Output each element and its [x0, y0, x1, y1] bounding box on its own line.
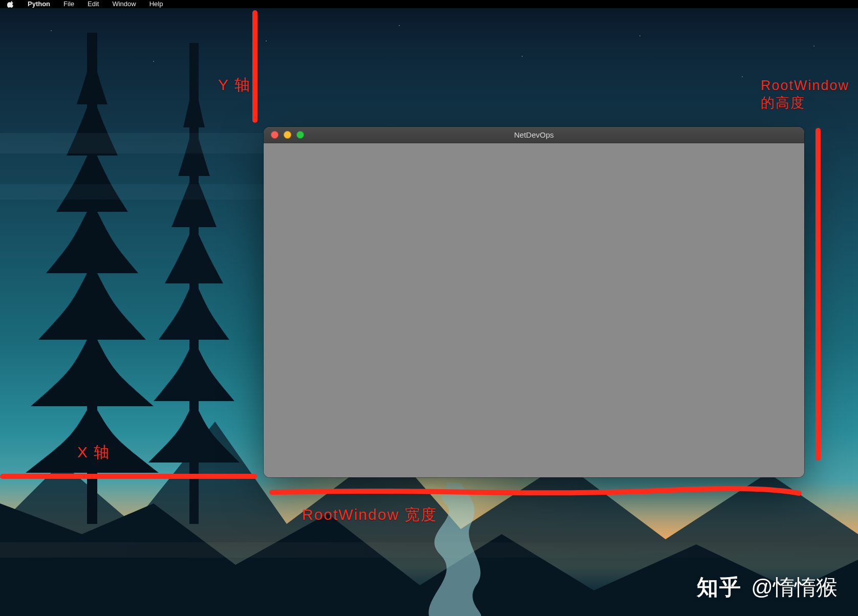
window-body[interactable]: [264, 143, 804, 477]
watermark-brand: 知乎: [697, 573, 742, 602]
annotation-root-height-text2: 的高度: [761, 95, 805, 111]
menu-window[interactable]: Window: [112, 0, 136, 8]
close-icon[interactable]: [271, 131, 278, 139]
desktop: Python File Edit Window Help: [0, 0, 858, 616]
app-window: NetDevOps: [264, 127, 804, 477]
annotation-y-axis-line: [252, 10, 258, 123]
wallpaper-tree: [0, 12, 282, 524]
annotation-y-axis-label: Y 轴: [218, 75, 251, 96]
annotation-x-axis-line: [0, 474, 257, 479]
menu-edit[interactable]: Edit: [88, 0, 99, 8]
annotation-root-width-line: [269, 486, 802, 501]
watermark-handle: @惰惰猴: [751, 573, 838, 602]
annotation-x-axis-label: X 轴: [77, 442, 110, 463]
apple-menu-icon[interactable]: [7, 1, 14, 8]
window-titlebar[interactable]: NetDevOps: [264, 127, 804, 143]
annotation-root-height-text1: RootWindow: [761, 78, 849, 93]
watermark: 知乎 @惰惰猴: [697, 573, 838, 602]
app-name[interactable]: Python: [28, 0, 50, 8]
annotation-root-height-line: [816, 128, 821, 460]
annotation-root-height-label: RootWindow 的高度: [761, 77, 849, 112]
macos-menubar: Python File Edit Window Help: [0, 0, 858, 8]
menu-file[interactable]: File: [63, 0, 74, 8]
annotation-root-width-label: RootWindow 宽度: [302, 504, 437, 525]
zoom-icon[interactable]: [296, 131, 304, 139]
menu-help[interactable]: Help: [149, 0, 163, 8]
window-title: NetDevOps: [264, 130, 804, 139]
minimize-icon[interactable]: [284, 131, 291, 139]
